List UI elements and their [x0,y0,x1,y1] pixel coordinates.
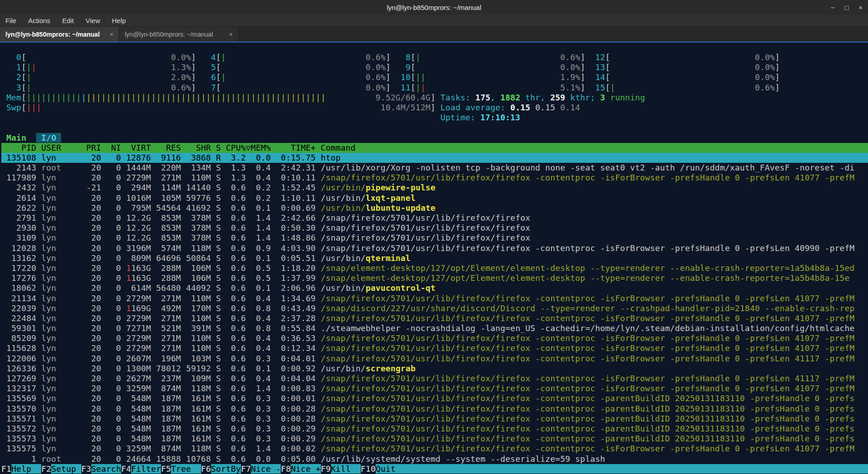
pri-cell: 20 [86,223,106,232]
process-row[interactable]: 135572 lyn 20 0 548M 187M 161M S 0.6 0.3… [1,424,868,434]
time-cell: 0:10.11 [276,173,321,182]
ni-cell: 0 [106,414,126,423]
process-row[interactable]: 18062 lyn 20 0 614M 56480 44092 S 0.6 0.… [1,283,868,293]
minimize-icon[interactable]: − [830,4,835,11]
process-row-selected[interactable]: 135108 lyn 20 0 12876 9116 3868 R 3.2 0.… [1,153,868,163]
shr-cell: 14140 [186,183,216,192]
pid-cell: 1 [1,454,41,464]
shr-cell: 118M [186,444,216,453]
command-cell: /snap/element-desktop/127/opt/Element/el… [321,273,849,283]
command-cell: /snap/firefox/5701/usr/lib/firefox/firef… [321,414,854,423]
cpu-cell: 0.6 [226,303,251,313]
cpu-meter-tick: | [221,72,226,82]
command-cell: pipewire-pulse [366,183,436,192]
pid-cell: 17276 [1,273,41,283]
pri-cell: 20 [86,333,106,343]
process-row[interactable]: 135573 lyn 20 0 548M 187M 161M S 0.6 0.3… [1,434,868,444]
fn-kill-button[interactable]: Kill [331,464,361,474]
mem-used-ticks: ||||||||||| [26,93,81,102]
menu-item-actions[interactable]: Actions [28,17,50,24]
process-row[interactable]: 135575 lyn 20 0 3259M 874M 118M S 0.6 1.… [1,444,868,454]
menu-item-view[interactable]: View [85,17,100,24]
process-row[interactable]: 135571 lyn 20 0 548M 187M 161M S 0.6 0.3… [1,414,868,424]
cpu-cell: 0.6 [226,364,251,373]
process-row[interactable]: 17276 lyn 20 0 1163G 288M 106M S 0.6 0.5… [1,273,868,283]
process-row[interactable]: 115628 lyn 20 0 2729M 271M 110M S 0.6 0.… [1,343,868,353]
cpu-meter-label: 2 [6,72,21,82]
htop-tab-io[interactable]: I/O [36,133,61,142]
tasks-text: 259 [550,93,565,102]
process-row[interactable]: 3109 lyn 20 0 12.2G 853M 378M S 0.6 1.4 … [1,233,868,243]
cpu-meter-value: 1.9% [560,72,580,82]
maximize-icon[interactable]: □ [844,4,849,11]
menu-item-edit[interactable]: Edit [62,17,74,24]
command-cell: /snap/firefox/5701/usr/lib/firefox/firef… [321,213,530,223]
process-row[interactable]: 13162 lyn 20 0 809M 64696 50864 S 0.6 0.… [1,253,868,263]
process-row[interactable]: 2614 lyn 20 0 1016M 105M 59776 S 0.6 0.2… [1,193,868,203]
res-cell: 114M [156,183,186,192]
process-row[interactable]: 122006 lyn 20 0 2607M 196M 103M S 0.6 0.… [1,354,868,364]
process-table-header[interactable]: PID USER PRI NI VIRT RES SHR S CPU%▽MEM%… [1,143,868,153]
mem-cell: 0.1 [251,283,276,293]
process-row[interactable]: 135570 lyn 20 0 548M 187M 161M S 0.6 0.3… [1,404,868,414]
cpu-meter-label: 13 [590,62,605,72]
cpu-cell: 0.6 [226,444,251,453]
fn-setup-button[interactable]: Setup [51,464,81,474]
process-row[interactable]: 22484 lyn 20 0 2729M 271M 110M S 0.6 0.4… [1,313,868,323]
time-cell: 1:34.69 [276,294,321,303]
process-row[interactable]: 1 root 20 0 24664 15888 10768 S 0.6 0.0 … [1,454,868,464]
close-icon[interactable]: × [859,4,863,11]
process-row[interactable]: 12028 lyn 20 0 3196M 574M 118M S 0.6 0.9… [1,243,868,253]
process-row[interactable]: 2791 lyn 20 0 12.2G 853M 378M S 0.6 1.4 … [1,213,868,223]
fn-nice-button[interactable]: Nice + [291,464,321,474]
pid-cell: 132317 [1,384,41,393]
ni-cell: 0 [106,424,126,433]
process-row[interactable]: 2432 lyn -21 0 294M 114M 14140 S 0.6 0.2… [1,183,868,193]
cpu-meter-row: 1[|| 1.3%] 5[ 0.0%] 9[ 0.0%] 13[ 0.0%] [1,62,868,72]
pri-cell: 20 [86,163,106,172]
command-cell: ./steamwebhelper -nocrashdialog -lang=en… [321,323,854,333]
process-row[interactable]: 2930 lyn 20 0 12.2G 853M 378M S 0.6 1.4 … [1,223,868,233]
shr-cell: 170M [186,303,216,313]
ni-cell: 0 [106,444,126,453]
pid-cell: 126336 [1,364,41,373]
ni-cell: 0 [106,193,126,203]
ni-cell: 0 [106,364,126,373]
fn-help-button[interactable]: Help [11,464,41,474]
terminal-tab-1[interactable]: lyn@lyn-b850mprors: ~/manual × [0,27,119,42]
process-row[interactable]: 126336 lyn 20 0 1300M 78012 59192 S 0.6 … [1,364,868,374]
user-cell: lyn [41,333,86,343]
process-row[interactable]: 59301 lyn 20 0 7271M 521M 391M S 0.6 0.8… [1,323,868,333]
tab-close-icon[interactable]: × [229,31,233,38]
shr-cell: 378M [186,223,216,232]
process-row[interactable]: 21134 lyn 20 0 2729M 271M 110M S 0.6 0.4… [1,294,868,303]
htop-tab-main[interactable]: Main [6,133,26,142]
process-row[interactable]: 132317 lyn 20 0 3259M 874M 118M S 0.6 1.… [1,384,868,393]
state-cell: S [216,424,226,433]
pid-cell: 117989 [1,173,41,182]
process-row[interactable]: 17220 lyn 20 0 1163G 288M 106M S 0.6 0.5… [1,263,868,273]
fn-search-button[interactable]: Search [91,464,121,474]
process-row[interactable]: 117989 lyn 20 0 2729M 271M 110M S 1.3 0.… [1,173,868,183]
state-cell: S [216,294,226,303]
res-cell: 220M [156,163,186,172]
process-row[interactable]: 22039 lyn 20 0 1169G 492M 170M S 0.6 0.8… [1,303,868,313]
fn-tree-button[interactable]: Tree [171,464,201,474]
process-row[interactable]: 127269 lyn 20 0 2627M 237M 109M S 0.6 0.… [1,374,868,384]
state-cell: S [216,223,226,232]
menu-item-help[interactable]: Help [112,17,126,24]
process-row[interactable]: 2622 lyn 20 0 795M 54564 41692 S 0.6 0.1… [1,203,868,213]
terminal-tab-2[interactable]: lyn@lyn-b850mprors: ~/manual × [119,27,239,42]
menu-item-file[interactable]: File [5,17,16,24]
fn-nice-button[interactable]: Nice - [251,464,281,474]
fn-sortby-button[interactable]: SortBy [211,464,241,474]
cpu-meter-value: 0.6% [171,83,191,92]
process-row[interactable]: 2143 root 20 0 1444M 220M 134M S 1.3 0.4… [1,163,868,173]
fn-quit-button[interactable]: Quit [376,464,406,474]
process-row[interactable]: 135569 lyn 20 0 548M 187M 161M S 0.6 0.3… [1,393,868,403]
state-cell: S [216,404,226,413]
tab-close-icon[interactable]: × [110,31,113,38]
process-row[interactable]: 85209 lyn 20 0 2729M 271M 110M S 0.6 0.4… [1,333,868,343]
fn-filter-button[interactable]: Filter [131,464,161,474]
terminal-screen[interactable]: 0[ 0.0%] 4[| 0.6%] 8[| 0.6%] 12[ 0.0%] 1… [0,42,868,474]
